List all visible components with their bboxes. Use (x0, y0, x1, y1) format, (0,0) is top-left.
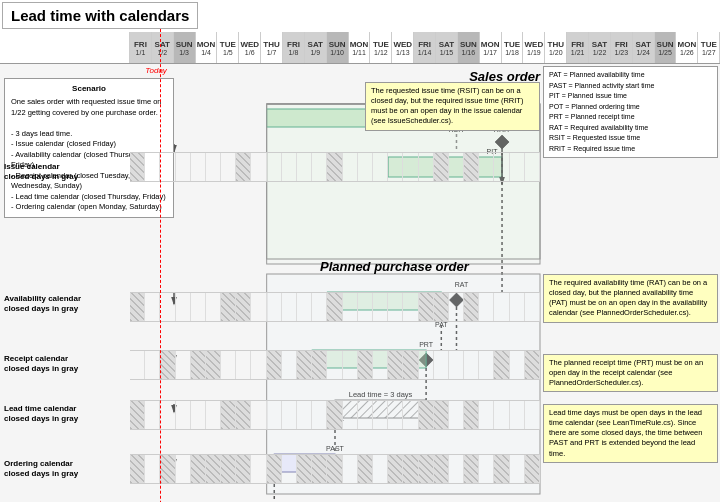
cal-cell (191, 351, 206, 379)
cal-cell (434, 401, 449, 429)
cal-cell (373, 351, 388, 379)
cal-cell (510, 293, 525, 321)
leadtime-note-text: Lead time days must be open days in the … (549, 408, 702, 458)
cal-cell (145, 455, 160, 483)
cal-cell (494, 455, 509, 483)
cal-cell (479, 351, 494, 379)
cal-cell (206, 455, 221, 483)
cal-day-1/26: MON1/26 (676, 32, 698, 63)
cal-cell (206, 293, 221, 321)
issue-cal-label: Issue calendarclosed days in gray (4, 162, 129, 183)
cal-cell (160, 455, 175, 483)
cal-cell (251, 455, 266, 483)
cal-cell (236, 455, 251, 483)
cal-day-1/11: MON1/11 (349, 32, 371, 63)
cal-cell (145, 401, 160, 429)
cal-cell (464, 401, 479, 429)
cal-cell (510, 455, 525, 483)
receipt-cal-label: Receipt calendarclosed days in gray (4, 354, 129, 375)
cal-cell (282, 293, 297, 321)
cal-day-1/19: WED1/19 (523, 32, 545, 63)
cal-day-1/9: SAT1/9 (305, 32, 327, 63)
cal-cell (373, 153, 388, 181)
cal-cell (419, 401, 434, 429)
cal-cell (297, 153, 312, 181)
cal-day-1/8: FRI1/8 (283, 32, 305, 63)
cal-cell (191, 293, 206, 321)
cal-cell (343, 153, 358, 181)
rsit-note-text: The requested issue time (RSIT) can be o… (371, 86, 523, 125)
cal-cell (236, 293, 251, 321)
legend-item: PAST = Planned activity start time (549, 81, 712, 92)
cal-cell (327, 293, 342, 321)
cal-cell (449, 293, 464, 321)
cal-cell (373, 293, 388, 321)
cal-cell (236, 153, 251, 181)
cal-cell (176, 293, 191, 321)
cal-day-1/21: FRI1/21 (567, 32, 589, 63)
cal-cell (312, 293, 327, 321)
cal-day-1/10: SUN1/10 (327, 32, 349, 63)
cal-cell (221, 293, 236, 321)
cal-cell (434, 351, 449, 379)
cal-cell (297, 401, 312, 429)
cal-cell (510, 351, 525, 379)
cal-day-1/2: SAT1/2 (152, 32, 174, 63)
cal-day-1/6: WED1/6 (239, 32, 261, 63)
cal-cell (312, 351, 327, 379)
cal-row (130, 454, 540, 484)
scenario-title: Scenario (11, 83, 167, 94)
cal-cell (145, 351, 160, 379)
rsit-note-box: The requested issue time (RSIT) can be o… (365, 82, 540, 131)
cal-cell (479, 153, 494, 181)
cal-cell (176, 153, 191, 181)
cal-cell (236, 401, 251, 429)
cal-cell (221, 153, 236, 181)
cal-cell (419, 351, 434, 379)
cal-cell (434, 455, 449, 483)
today-label: Today (145, 66, 167, 75)
cal-cell (494, 351, 509, 379)
cal-cell (191, 401, 206, 429)
cal-cell (388, 293, 403, 321)
cal-cell (494, 153, 509, 181)
cal-cell (312, 455, 327, 483)
cal-cell (206, 153, 221, 181)
cal-cell (434, 153, 449, 181)
cal-cell (191, 153, 206, 181)
cal-cell (464, 455, 479, 483)
cal-cell (312, 401, 327, 429)
cal-day-1/20: THU1/20 (545, 32, 567, 63)
calendar-header: FRI1/1SAT1/2SUN1/3MON1/4TUE1/5WED1/6THU1… (0, 32, 720, 64)
cal-cell (449, 401, 464, 429)
cal-day-1/17: MON1/17 (480, 32, 502, 63)
cal-day-1/23: FRI1/23 (611, 32, 633, 63)
cal-cell (510, 401, 525, 429)
svg-marker-9 (495, 135, 509, 149)
cal-cell (312, 153, 327, 181)
cal-row (130, 152, 540, 182)
cal-cell (449, 351, 464, 379)
cal-day-1/27: TUE1/27 (698, 32, 720, 63)
legend-item: POT = Planned ordering time (549, 102, 712, 113)
cal-cell (267, 293, 282, 321)
legend-box: PAT = Planned availability time PAST = P… (543, 66, 718, 158)
leadtime-note-box: Lead time days must be open days in the … (543, 404, 718, 463)
cal-cell (267, 401, 282, 429)
ordering-cal-label: Ordering calendarclosed days in gray (4, 459, 129, 480)
legend-item: RRIT = Required issue time (549, 144, 712, 155)
cal-cell (403, 401, 418, 429)
cal-day-1/13: WED1/13 (392, 32, 414, 63)
cal-cell (525, 153, 540, 181)
cal-cell (267, 153, 282, 181)
cal-cell (221, 351, 236, 379)
today-line (160, 29, 161, 502)
legend-item: RSIT = Requested issue time (549, 133, 712, 144)
cal-cell (343, 455, 358, 483)
cal-cell (343, 351, 358, 379)
cal-cell (282, 455, 297, 483)
cal-cell (327, 351, 342, 379)
legend-item: RAT = Required availability time (549, 123, 712, 134)
cal-cell (176, 401, 191, 429)
cal-row (130, 400, 540, 430)
